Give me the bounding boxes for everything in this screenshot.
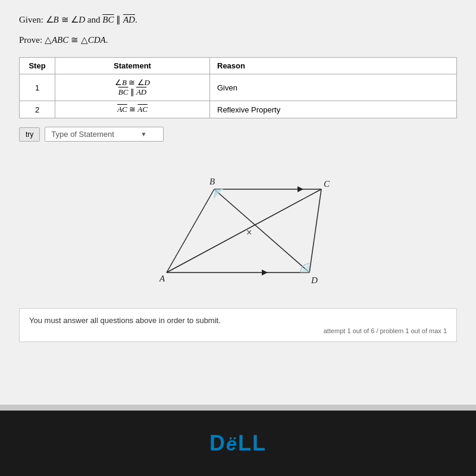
step-1: 1: [20, 74, 55, 101]
dell-bar: DëLL: [0, 411, 476, 476]
dropdown-placeholder: Type of Statement: [51, 130, 114, 139]
statement-2: AC ≅ AC: [55, 101, 210, 118]
svg-line-6: [167, 189, 321, 273]
statement-header: Statement: [55, 58, 210, 74]
footer-message: You must answer all questions above in o…: [29, 316, 447, 325]
footer-box: You must answer all questions above in o…: [19, 308, 457, 342]
step-header: Step: [20, 58, 55, 74]
dropdown-arrow-icon: ▼: [136, 131, 146, 137]
reason-1: Given: [210, 74, 457, 101]
svg-marker-1: [298, 186, 303, 192]
diagram-container: × B C A D: [19, 148, 457, 302]
svg-text:×: ×: [246, 227, 252, 237]
bc-segment: BC: [102, 15, 114, 24]
svg-line-5: [309, 189, 321, 273]
try-button[interactable]: try: [19, 127, 40, 142]
prove-text: Prove: △ABC ≅ △CDA.: [19, 35, 457, 45]
type-statement-dropdown[interactable]: Type of Statement ▼: [45, 127, 164, 142]
reason-2: Reflexive Property: [210, 101, 457, 118]
attempt-text: attempt 1 out of 6 / problem 1 out of ma…: [29, 327, 447, 334]
svg-text:D: D: [311, 275, 318, 285]
proof-table: Step Statement Reason 1 ∠B ≅ ∠D BC ∥ AD …: [19, 57, 457, 118]
svg-text:B: B: [209, 177, 215, 186]
ad-segment: AD: [123, 15, 135, 24]
given-text: Given: ∠B ≅ ∠D and BC ∥ AD.: [19, 14, 457, 25]
table-row: 1 ∠B ≅ ∠D BC ∥ AD Given: [20, 74, 457, 101]
reason-header: Reason: [210, 58, 457, 74]
svg-line-7: [214, 189, 309, 273]
statement-1: ∠B ≅ ∠D BC ∥ AD: [55, 74, 210, 101]
dell-logo: DëLL: [209, 431, 267, 456]
svg-marker-3: [262, 270, 268, 275]
geometry-diagram: × B C A D: [137, 154, 339, 290]
try-row: try Type of Statement ▼: [19, 127, 457, 142]
svg-text:C: C: [324, 179, 330, 189]
main-content: Given: ∠B ≅ ∠D and BC ∥ AD. Prove: △ABC …: [0, 0, 476, 405]
table-row: 2 AC ≅ AC Reflexive Property: [20, 101, 457, 118]
svg-text:A: A: [159, 274, 165, 283]
step-2: 2: [20, 101, 55, 118]
